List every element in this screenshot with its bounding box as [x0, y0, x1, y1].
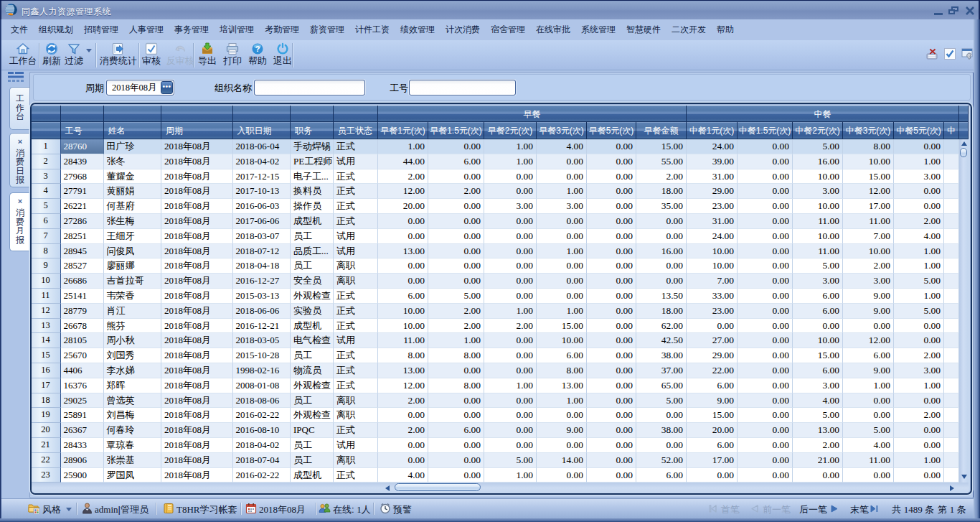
svg-text:?: ?	[255, 45, 260, 53]
